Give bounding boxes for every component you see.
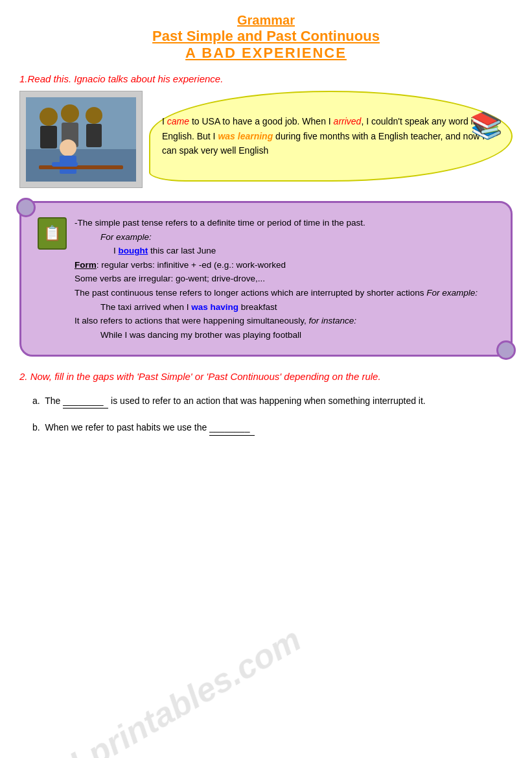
was-learning-word: was learning [218,131,273,141]
question-b-label: b. When we refer to past habits we use t… [32,422,255,432]
experience-title: A BAD EXPERIENCE [19,45,513,62]
svg-rect-10 [39,165,123,169]
question-a: a. The ________ is used to refer to an a… [32,394,513,409]
for-example-label2: For example: [426,288,478,298]
grammar-box-inner: 📋 -The simple past tense refers to a def… [38,216,494,342]
blank-b: ________ [209,420,255,435]
books-icon: 📚 [470,110,503,141]
bought-example: I bought this car last June [113,244,494,258]
speech-bubble-text: I came to USA to have a good job. When I… [162,114,500,158]
form-label: Form [75,260,97,270]
svg-rect-3 [40,126,57,148]
questions-section: a. The ________ is used to refer to an a… [19,394,513,436]
irregular-text: Some verbs are irregular: go-went; drive… [75,274,265,283]
was-having-word: was having [191,302,238,312]
form-text: Form: regular verbs: infinitive + -ed (e… [75,260,286,270]
came-word: came [167,116,189,126]
dancing-example: While I was dancing my brother was playi… [100,328,494,342]
grammar-content: -The simple past tense refers to a defin… [75,216,494,342]
bought-word: bought [119,246,148,255]
svg-point-2 [40,108,58,126]
reading-section: I came to USA to have a good job. When I… [19,91,513,188]
for-instance-label: for instance: [308,316,356,326]
watermark: ESLprintables.com [24,619,308,758]
section2-instruction: 2. Now, fill in the gaps with 'Past Simp… [19,370,513,385]
scroll-ornament-tl [16,198,36,217]
speech-bubble: I came to USA to have a good job. When I… [149,91,513,182]
arrived-word: arrived [334,116,362,126]
people-image [26,97,136,182]
blank-a: ________ [63,394,108,409]
grammar-box: 📋 -The simple past tense refers to a def… [19,201,513,357]
page-header: Grammar Past Simple and Past Continuous … [19,13,513,62]
simple-past-definition: -The simple past tense refers to a defin… [75,218,365,228]
photo-placeholder [19,91,143,188]
taxi-example: The taxi arrived when I was having break… [100,300,494,314]
question-a-label: a. The ________ is used to refer to an a… [32,396,426,406]
svg-point-4 [61,104,79,123]
past-title: Past Simple and Past Continuous [19,28,513,45]
section1-instruction: 1.Read this. Ignacio talks about his exp… [19,73,513,84]
simultaneous-text: It also refers to actions that were happ… [75,316,356,326]
document-icon: 📋 [38,217,67,250]
svg-point-8 [60,139,76,156]
scroll-ornament-br [496,340,516,360]
svg-rect-7 [86,124,102,147]
question-b: b. When we refer to past habits we use t… [32,420,513,435]
svg-rect-12 [62,162,78,167]
svg-point-6 [86,107,102,124]
past-cont-text: The past continuous tense refers to long… [75,288,478,298]
grammar-title: Grammar [19,13,513,28]
for-example-label1: For example: [100,230,494,244]
